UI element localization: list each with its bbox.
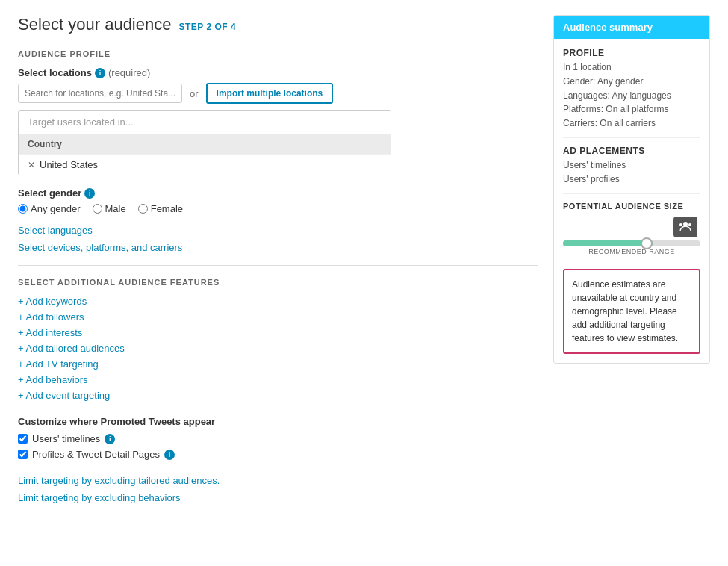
people-icon: [673, 217, 697, 237]
timelines-info-icon[interactable]: i: [105, 434, 115, 444]
placement-2: Users' profiles: [563, 173, 700, 186]
gauge-knob: [641, 237, 653, 249]
timelines-checkbox[interactable]: [18, 434, 28, 444]
placement-1: Users' timelines: [563, 159, 700, 172]
carriers-summary: Carriers: On all carriers: [563, 117, 700, 130]
gender-section: Select gender i Any gender Male Female: [18, 187, 538, 214]
main-content: Select your audience STEP 2 OF 4 AUDIENC…: [18, 15, 538, 509]
svg-point-1: [679, 223, 682, 226]
step-label: STEP 2 OF 4: [178, 22, 236, 32]
gauge-fill: [563, 240, 653, 246]
sidebar: Audience summary PROFILE In 1 location G…: [553, 15, 710, 509]
required-text: (required): [108, 67, 150, 78]
location-group: Country ✕ United States: [19, 134, 391, 175]
additional-features-section: SELECT ADDITIONAL AUDIENCE FEATURES + Ad…: [18, 278, 538, 401]
profiles-checkbox[interactable]: [18, 450, 28, 459]
customize-section: Customize where Promoted Tweets appear U…: [18, 416, 538, 460]
summary-header: Audience summary: [554, 16, 709, 39]
exclude-behaviors-link[interactable]: Limit targeting by excluding behaviors: [18, 492, 538, 503]
location-dropdown: Target users located in... Country ✕ Uni…: [18, 110, 391, 175]
location-name: United States: [40, 159, 98, 170]
additional-features-header: SELECT ADDITIONAL AUDIENCE FEATURES: [18, 278, 538, 287]
audience-profile-header: AUDIENCE PROFILE: [18, 49, 538, 58]
add-tailored-audiences-link[interactable]: + Add tailored audiences: [18, 343, 538, 354]
location-summary: In 1 location: [563, 61, 700, 74]
gender-info-icon[interactable]: i: [84, 188, 95, 199]
languages-summary: Languages: Any languages: [563, 90, 700, 102]
add-interests-link[interactable]: + Add interests: [18, 327, 538, 338]
gender-female[interactable]: Female: [138, 203, 183, 214]
gender-summary: Gender: Any gender: [563, 75, 700, 88]
select-devices-link[interactable]: Select devices, platforms, and carriers: [18, 242, 538, 253]
audience-profile-section: AUDIENCE PROFILE Select locations i (req…: [18, 49, 538, 253]
page-title: Select your audience: [18, 15, 171, 34]
gender-any[interactable]: Any gender: [18, 203, 81, 214]
location-item-us: ✕ United States: [19, 154, 391, 175]
add-tv-targeting-link[interactable]: + Add TV targeting: [18, 358, 538, 370]
gender-radio-group: Any gender Male Female: [18, 203, 538, 214]
customize-title: Customize where Promoted Tweets appear: [18, 416, 538, 427]
location-input-row: or Import multiple locations: [18, 83, 538, 104]
add-behaviors-link[interactable]: + Add behaviors: [18, 374, 538, 385]
exclude-tailored-link[interactable]: Limit targeting by excluding tailored au…: [18, 475, 538, 486]
audience-size-title: POTENTIAL AUDIENCE SIZE: [563, 202, 700, 211]
dropdown-placeholder: Target users located in...: [19, 111, 391, 134]
footer-links: Limit targeting by excluding tailored au…: [18, 475, 538, 503]
add-keywords-link[interactable]: + Add keywords: [18, 296, 538, 307]
location-group-label: Country: [19, 134, 391, 154]
summary-divider-1: [563, 137, 700, 138]
placements-section-title: AD PLACEMENTS: [563, 146, 700, 156]
locations-section: Select locations i (required) or Import …: [18, 67, 538, 175]
warning-text: Audience estimates are unavailable at co…: [572, 278, 691, 345]
svg-point-2: [688, 223, 691, 226]
warning-box: Audience estimates are unavailable at co…: [563, 269, 700, 354]
location-search-input[interactable]: [18, 84, 182, 103]
timelines-checkbox-item: Users' timelines i: [18, 433, 538, 444]
audience-gauge: RECOMMENDED RANGE: [563, 217, 700, 261]
section-divider: [18, 265, 538, 266]
audience-summary-box: Audience summary PROFILE In 1 location G…: [553, 15, 710, 364]
gender-label: Select gender i: [18, 187, 538, 199]
profile-section-title: PROFILE: [563, 48, 700, 58]
audience-size-section: POTENTIAL AUDIENCE SIZE: [563, 202, 700, 261]
page-header: Select your audience STEP 2 OF 4: [18, 15, 538, 34]
gender-male[interactable]: Male: [93, 203, 126, 214]
add-event-targeting-link[interactable]: + Add event targeting: [18, 390, 538, 401]
remove-location-icon[interactable]: ✕: [28, 160, 35, 170]
locations-label: Select locations i (required): [18, 67, 538, 78]
or-text: or: [190, 88, 199, 99]
platforms-summary: Platforms: On all platforms: [563, 103, 700, 116]
select-languages-link[interactable]: Select languages: [18, 225, 538, 236]
summary-divider-2: [563, 193, 700, 194]
gauge-bar: RECOMMENDED RANGE: [563, 240, 700, 255]
locations-info-icon[interactable]: i: [95, 68, 105, 78]
timelines-label: Users' timelines: [32, 433, 100, 444]
add-followers-link[interactable]: + Add followers: [18, 311, 538, 323]
profiles-checkbox-item: Profiles & Tweet Detail Pages i: [18, 449, 538, 460]
profiles-info-icon[interactable]: i: [164, 450, 175, 460]
recommended-label: RECOMMENDED RANGE: [563, 248, 700, 255]
import-locations-button[interactable]: Import multiple locations: [206, 83, 334, 104]
summary-body: PROFILE In 1 location Gender: Any gender…: [554, 39, 709, 363]
gauge-track: [563, 240, 700, 246]
svg-point-0: [683, 222, 688, 226]
profiles-label: Profiles & Tweet Detail Pages: [32, 449, 160, 460]
